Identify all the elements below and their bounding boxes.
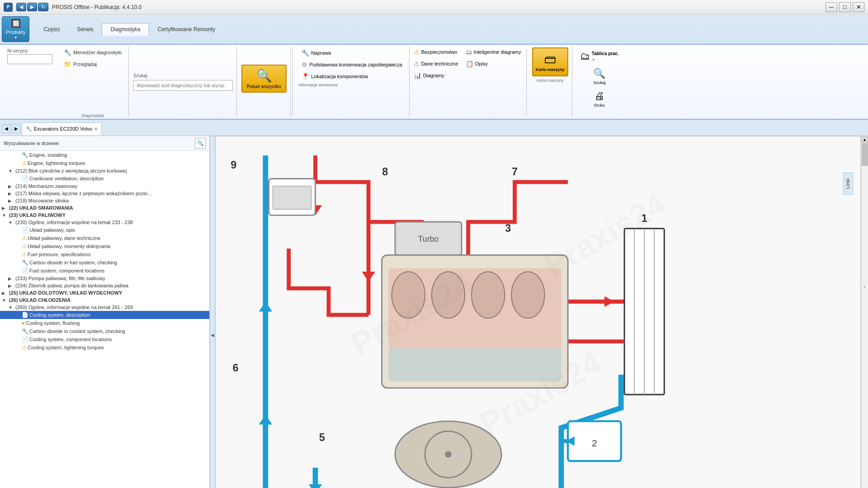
close-button[interactable]: ✕ [853,2,864,12]
bezpieczenstwo-button[interactable]: ⚠ Bezpieczeństwo [410,47,462,57]
inteligentne-button[interactable]: 🗂 Inteligentne diagramy [462,47,524,57]
expand-icon: ▼ [2,298,8,303]
lokalizacja-button[interactable]: 📍 Lokalizacja komponentów [298,71,371,82]
opisy-button[interactable]: 📋 Opisy [462,58,524,69]
svg-point-41 [445,451,452,458]
browse-label: Przeglądaj [73,61,97,67]
tab-serwis[interactable]: Serwis [68,23,102,35]
wrench-icon: 🔧 [302,49,309,56]
karta-maszyny-button[interactable]: 🗃 Karta maszyny [532,47,568,76]
search-ribbon-label: Szukaj: [133,73,148,78]
serial-input[interactable] [7,54,52,64]
tree-item-co2-fuel[interactable]: 🔧 Carbon dioxide in fuel system, checkin… [0,258,209,267]
tree-item-label: Układ paliwowy, dane techniczne [28,235,100,241]
serial-group: Nr seryjny: [4,47,56,117]
tree-item-fuel-components[interactable]: 📄 Fuel system, component locations [0,267,209,275]
warning-icon: ⚠ [22,344,27,351]
right-btns-group: 🗂 Tablica prac. ▼ 🔍 Szukaj 🖨 Druku [573,47,626,117]
ribbon-content: Nr seryjny: 🔧 Menedżer diagnostyki 📁 Prz… [0,44,868,119]
tree-item-260[interactable]: ▼ (260) Ogólne, informacje wspólne na te… [0,304,209,311]
tree-item-22[interactable]: ▶ (22) UKŁAD SMAROWANIA [0,204,209,211]
maximize-button[interactable]: □ [839,2,851,12]
diagramy-label: Diagramy [423,73,444,78]
show-all-button[interactable]: 🔍 Pokaż wszystko [241,65,287,93]
side-tabs-container: Linki [843,173,853,195]
konserwacja-button[interactable]: ⚙ Podstawowa konserwacja zapobiegawcza [298,59,405,70]
tree-item-cooling-locations[interactable]: 📄 Cooling system, component locations [0,335,209,343]
search-group: Szukaj: [130,47,237,117]
tree-item-co2-coolant[interactable]: 🔧 Carbon dioxide in coolant system, chec… [0,327,209,335]
doc-tab-excavators[interactable]: 🔧 Excavators EC220D Volvo ✕ [22,122,102,135]
back-button[interactable]: ◀ [16,3,26,11]
tree-item-engine-installing[interactable]: 🔧 Engine, installing [0,151,209,159]
browse-button[interactable]: 📁 Przeglądaj [61,59,100,69]
tree-item-230[interactable]: ▼ (230) Ogólne, informacje wspólne na te… [0,219,209,226]
tree-item-fuel-pressure[interactable]: ⚠ Fuel pressure, specifications [0,250,209,258]
side-tab-linki[interactable]: Linki [843,173,853,195]
tree-item-label: Fuel pressure, specifications [28,252,90,257]
drukuj-button[interactable]: 🖨 Druku [575,88,624,110]
tree-item-cooling-desc[interactable]: 📄 Cooling system, description [0,311,209,319]
doc-tabs-bar: ◀ ▶ 🔧 Excavators EC220D Volvo ✕ [0,120,868,136]
dane-icon: ⚠ [414,60,420,67]
diagramy-button[interactable]: 📊 Diagramy [410,70,462,81]
tree-item-214[interactable]: ▶ (214) Mechanizm zaworowy [0,183,209,190]
tree-item-234[interactable]: ▶ (234) Zbiornik paliwa; pompa do tankow… [0,282,209,289]
v-scroll-thumb[interactable] [862,143,868,166]
svg-text:Turbo: Turbo [418,235,439,244]
tree-item-label: Engine, tightening torques [28,160,85,166]
dane-button[interactable]: ⚠ Dane techniczne [410,58,462,69]
forward-button[interactable]: ▶ [27,3,37,11]
tree-item-fuel-data[interactable]: ⚠ Układ paliwowy, dane techniczne [0,234,209,242]
naprawa-button[interactable]: 🔧 Naprawa [298,47,334,58]
expand-icon: ▶ [8,198,14,203]
expand-icon: ▼ [8,220,14,225]
tree-item-25[interactable]: ▶ (25) UKŁAD DOLOTOWY, UKŁAD WYDECHOWY [0,289,209,296]
v-scroll-up-button[interactable]: ▲ [862,136,868,143]
tab-next-arrow[interactable]: ▶ [12,124,21,133]
tree-item-217[interactable]: ▶ (217) Miska olejowa, łącznie z prętowy… [0,190,209,197]
tree-search-button[interactable]: 🔍 [195,138,206,149]
tree-item-fuel-desc[interactable]: 📄 Układ paliwowy, opis [0,226,209,234]
tree-item-engine-torques[interactable]: ⚠ Engine, tightening torques [0,159,209,167]
tab-prev-arrow[interactable]: ◀ [2,124,11,133]
tree-item-label: Carbon dioxide in coolant system, checki… [29,328,125,334]
tree-item-23[interactable]: ▼ (23) UKŁAD PALIWOWY [0,211,209,219]
svg-text:2: 2 [592,438,597,448]
tree-item-26[interactable]: ▼ (26) UKŁAD CHŁODZENIA [0,296,209,304]
panel-collapse-handle[interactable]: ◀ [210,136,215,488]
cooling-diagram-svg: 2 6 [216,136,860,488]
szukaj-ribbon-button[interactable]: 🔍 Szukaj [575,66,624,87]
tree-item-label: (218) Mocowanie silnika [15,198,69,203]
diagnostic-search-input[interactable] [133,80,233,91]
tree-item-fuel-torques[interactable]: ⚠ Układ paliwowy, momenty dokręcania [0,242,209,250]
diagram-v-scrollbar[interactable]: ▲ ≡ ▼ [861,136,868,488]
doc-tab-close-button[interactable]: ✕ [94,127,98,131]
tree-item-233[interactable]: ▶ (233) Pompa paliwowa; filtr; filtr sia… [0,275,209,282]
tab-czesci[interactable]: Części [35,23,68,35]
tree-item-cooling-torques[interactable]: ⚠ Cooling system, tightening torques [0,343,209,352]
tree-item-crankcase[interactable]: 📄 Crankcase ventilation, description [0,174,209,183]
refresh-button[interactable]: ↻ [38,3,48,11]
show-all-icon: 🔍 [256,68,272,83]
tree-scroll-area[interactable]: 🔧 Engine, installing ⚠ Engine, tightenin… [0,151,209,488]
karta-label: Karta maszyny [536,67,565,72]
tablica-button[interactable]: 🗂 Tablica prac. ▼ [575,48,624,65]
diagnostyka-group-label: Diagnostyka [57,113,128,118]
tree-item-218[interactable]: ▶ (218) Mocowanie silnika [0,197,209,204]
tree-item-cooling-flush[interactable]: ● Cooling system, flushing [0,319,209,327]
konserwacja-label: Podstawowa konserwacja zapobiegawcza [309,62,402,67]
svg-text:3: 3 [505,222,511,234]
svg-marker-2 [259,414,272,424]
warning-icon: ⚠ [22,160,27,166]
manager-button[interactable]: 🔧 Menedżer diagnostyki [61,47,125,57]
tab-diagnostyka[interactable]: Diagnostyka [102,23,149,36]
products-label: Produkty [6,29,25,35]
minimize-button[interactable]: ─ [826,2,837,12]
products-button[interactable]: 🔲 Produkty ▼ [2,16,29,42]
tree-item-212[interactable]: ▼ (212) Blok cylindrów z wentylacją skrz… [0,167,209,174]
svg-text:9: 9 [231,159,236,171]
tab-certyfikowane[interactable]: Certyfikowane Remonty [149,23,224,35]
konserwacja-icon: ⚙ [302,61,307,68]
tablica-icon: 🗂 [580,51,590,62]
